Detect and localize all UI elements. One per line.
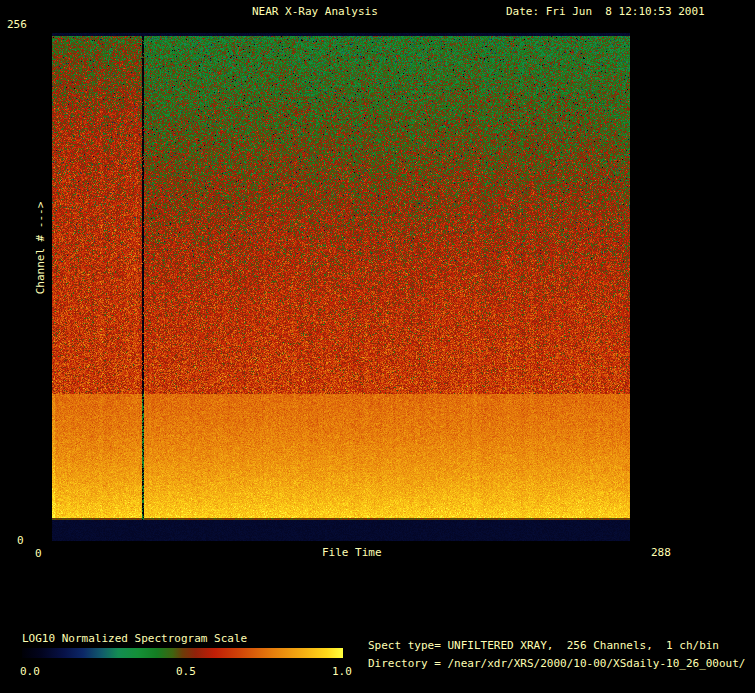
directory-info: Directory = /near/xdr/XRS/2000/10-00/XSd… <box>368 657 746 670</box>
colorbar-tick-0: 0.0 <box>20 665 40 678</box>
near-xray-analysis-window: { "window": { "background": "#000000", "… <box>0 0 755 693</box>
x-axis-max-tick: 288 <box>651 546 671 559</box>
x-axis-label: File Time <box>322 546 382 559</box>
y-axis-max-tick: 256 <box>7 18 27 31</box>
colorbar-tick-mid: 0.5 <box>176 665 196 678</box>
date-label: Date: Fri Jun 8 12:10:53 2001 <box>506 5 705 18</box>
spect-type-info: Spect type= UNFILTERED XRAY, 256 Channel… <box>368 639 719 652</box>
x-axis-min-tick: 0 <box>35 547 42 560</box>
y-axis-min-tick: 0 <box>17 534 24 547</box>
spectrogram-heatmap <box>52 33 630 541</box>
colorbar-title: LOG10 Normalized Spectrogram Scale <box>22 632 247 645</box>
colorbar-tick-1: 1.0 <box>332 665 352 678</box>
y-axis-label: Channel # ---> <box>34 202 47 295</box>
page-title: NEAR X-Ray Analysis <box>252 5 378 18</box>
colorbar-gradient <box>22 648 343 658</box>
